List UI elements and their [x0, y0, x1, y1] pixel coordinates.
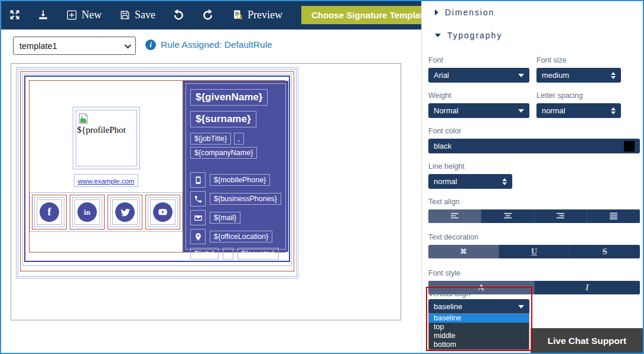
- chevron-down-icon: [518, 74, 524, 77]
- letter-spacing-label: Letter spacing: [536, 91, 621, 100]
- redo-icon[interactable]: [201, 8, 214, 21]
- stepper-arrows-icon[interactable]: [611, 107, 616, 114]
- line-height-value: normal: [434, 177, 457, 186]
- font-label: Font: [428, 56, 529, 64]
- info-icon: i: [145, 40, 156, 50]
- stepper-arrows-icon[interactable]: [502, 178, 507, 185]
- none-x-icon: ✖: [460, 247, 467, 257]
- underline-icon: U: [531, 247, 537, 257]
- phone-icon: [190, 191, 206, 206]
- job-title-field[interactable]: ${jobTitle}: [190, 133, 231, 145]
- vertical-align-dropdown-list: baseline top middle bottom: [428, 313, 529, 350]
- linkedin-icon[interactable]: in: [70, 195, 105, 230]
- mail-field[interactable]: ${mail}: [210, 212, 240, 224]
- youtube-icon[interactable]: [145, 195, 180, 230]
- typography-header-label: Typography: [447, 31, 502, 40]
- collapsed-arrow-icon: [435, 9, 438, 15]
- mobile-icon: [190, 172, 206, 188]
- align-left-button[interactable]: [428, 209, 481, 223]
- section-typography[interactable]: Typography: [435, 31, 644, 40]
- template-select[interactable]: template1: [13, 37, 136, 55]
- city-field[interactable]: ${city}: [190, 248, 219, 260]
- option-middle[interactable]: middle: [429, 332, 529, 340]
- text-decoration-label: Text decoration: [428, 233, 644, 241]
- save-button[interactable]: Save: [119, 9, 155, 21]
- signature-right-column[interactable]: ${givenName} ${surname} ${jobTitle} , ${…: [183, 81, 288, 252]
- business-phones-field[interactable]: ${businessPhones}: [210, 193, 281, 205]
- font-select-value: Arial: [434, 71, 449, 80]
- twitter-icon[interactable]: [108, 195, 142, 230]
- company-name-field[interactable]: ${companyName}: [190, 147, 257, 159]
- mail-row[interactable]: ${mail}: [190, 210, 281, 225]
- chevron-down-icon: [125, 41, 131, 48]
- mobile-phone-field[interactable]: ${mobilePhone}: [210, 174, 270, 186]
- line-height-stepper[interactable]: normal: [428, 174, 512, 189]
- preview-icon: [232, 9, 243, 21]
- decoration-none-button[interactable]: ✖: [428, 245, 499, 258]
- align-right-icon: [556, 212, 565, 220]
- font-size-label: Font size: [536, 56, 621, 64]
- align-right-button[interactable]: [534, 209, 587, 223]
- social-icons-row[interactable]: f in: [30, 192, 183, 232]
- new-button[interactable]: New: [66, 9, 102, 21]
- download-icon[interactable]: [37, 8, 50, 21]
- toolbar: New Save Preview Choose Signature Templa…: [0, 0, 421, 30]
- given-name-field[interactable]: ${givenName}: [190, 89, 268, 106]
- style-italic-button[interactable]: I: [534, 281, 640, 294]
- weight-select[interactable]: Normal: [428, 103, 529, 118]
- font-color-picker[interactable]: black: [428, 139, 640, 153]
- decoration-underline-button[interactable]: U: [499, 245, 570, 258]
- signature-table[interactable]: ${profilePhot www.example.com f in: [29, 80, 285, 253]
- weight-label: Weight: [428, 91, 529, 100]
- profile-photo-placeholder: ${profilePhot: [77, 125, 126, 135]
- signature-left-column[interactable]: ${profilePhot www.example.com f in: [30, 81, 183, 252]
- stepper-arrows-icon[interactable]: [611, 72, 616, 79]
- font-size-stepper[interactable]: medium: [536, 68, 621, 83]
- chevron-down-icon: [518, 109, 524, 113]
- signature-canvas[interactable]: ${profilePhot www.example.com f in: [11, 63, 401, 320]
- comma-field-2[interactable]: ,: [223, 248, 233, 260]
- vertical-align-select[interactable]: baseline: [428, 299, 529, 314]
- city-country-row[interactable]: ${city} , ${country}: [190, 248, 281, 260]
- office-location-row[interactable]: ${officeLocation}: [190, 229, 281, 244]
- font-color-label: Font color: [428, 127, 644, 135]
- option-bottom[interactable]: bottom: [429, 340, 529, 349]
- undo-icon[interactable]: [172, 8, 185, 21]
- section-dimension[interactable]: Dimension: [435, 8, 644, 17]
- profile-photo-box[interactable]: ${profilePhot: [73, 107, 140, 169]
- live-chat-label: Live Chat Support: [548, 336, 626, 346]
- template-select-value: template1: [19, 41, 57, 51]
- live-chat-support-button[interactable]: Live Chat Support: [531, 328, 643, 353]
- expand-icon[interactable]: [8, 8, 21, 21]
- align-center-button[interactable]: [481, 209, 534, 223]
- signature-editor-window: New Save Preview Choose Signature Templa…: [0, 0, 644, 354]
- weight-select-value: Normal: [434, 106, 458, 115]
- mobile-phone-row[interactable]: ${mobilePhone}: [190, 172, 281, 188]
- facebook-icon[interactable]: f: [32, 195, 67, 230]
- properties-panel: Dimension Typography Font Arial Font siz…: [421, 0, 644, 354]
- font-select[interactable]: Arial: [428, 68, 529, 83]
- website-link-box[interactable]: www.example.com: [74, 174, 139, 187]
- surname-field[interactable]: ${surname}: [190, 111, 256, 127]
- letter-spacing-stepper[interactable]: normal: [536, 103, 621, 118]
- decoration-strikethrough-button[interactable]: S: [569, 245, 640, 258]
- save-icon: [119, 9, 131, 21]
- rule-assigned-text[interactable]: Rule Assigned: DefaultRule: [161, 40, 272, 50]
- business-phone-row[interactable]: ${businessPhones}: [190, 191, 281, 206]
- country-field[interactable]: ${country}: [238, 248, 279, 260]
- font-color-value: black: [434, 142, 451, 150]
- option-baseline[interactable]: baseline: [429, 314, 529, 323]
- color-swatch[interactable]: [624, 141, 635, 152]
- new-label: New: [82, 9, 102, 21]
- comma-field[interactable]: ,: [234, 133, 244, 145]
- align-justify-button[interactable]: [587, 209, 640, 223]
- preview-button[interactable]: Preview: [232, 9, 282, 21]
- signature-frame[interactable]: ${profilePhot www.example.com f in: [16, 67, 298, 278]
- save-label: Save: [135, 9, 155, 21]
- office-location-field[interactable]: ${officeLocation}: [210, 231, 272, 242]
- option-top[interactable]: top: [429, 323, 529, 332]
- align-justify-icon: [609, 212, 618, 220]
- rule-assigned-row: i Rule Assigned: DefaultRule: [145, 40, 272, 50]
- font-style-label: Font style: [428, 269, 644, 277]
- strikethrough-icon: S: [603, 247, 607, 257]
